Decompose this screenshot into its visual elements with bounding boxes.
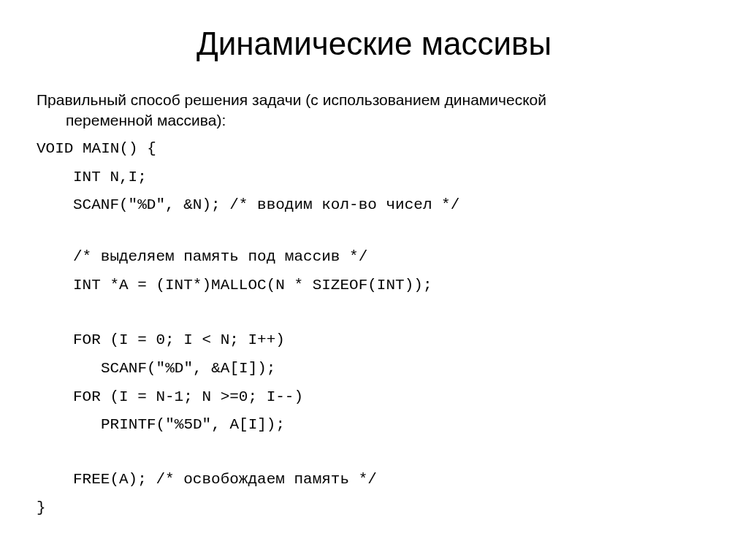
- code-line-2: INT N,I;: [73, 164, 711, 192]
- code-line-7: SCANF("%D", &A[I]);: [101, 355, 711, 383]
- code-line-3: SCANF("%D", &N); /* вводим кол-во чисел …: [73, 191, 711, 220]
- code-line-5: INT *A = (INT*)MALLOC(N * SIZEOF(INT));: [73, 272, 711, 300]
- blank-line: [37, 300, 711, 326]
- code-line-1: VOID MAIN() {: [37, 135, 711, 164]
- code-line-11: }: [37, 494, 711, 523]
- blank-line: [37, 440, 711, 466]
- code-line-8: FOR (I = N-1; N >=0; I--): [73, 383, 711, 412]
- blank-line: [37, 220, 711, 243]
- code-line-4: /* выделяем память под массив */: [73, 243, 711, 272]
- intro-text-line1: Правильный способ решения задачи (с испо…: [37, 90, 711, 110]
- code-line-10: FREE(A); /* освобождаем память */: [73, 466, 711, 494]
- slide-title: Динамические массивы: [37, 26, 711, 62]
- intro-text-line2: переменной массива):: [66, 110, 711, 131]
- code-line-6: FOR (I = 0; I < N; I++): [73, 326, 711, 355]
- code-line-9: PRINTF("%5D", A[I]);: [101, 411, 711, 440]
